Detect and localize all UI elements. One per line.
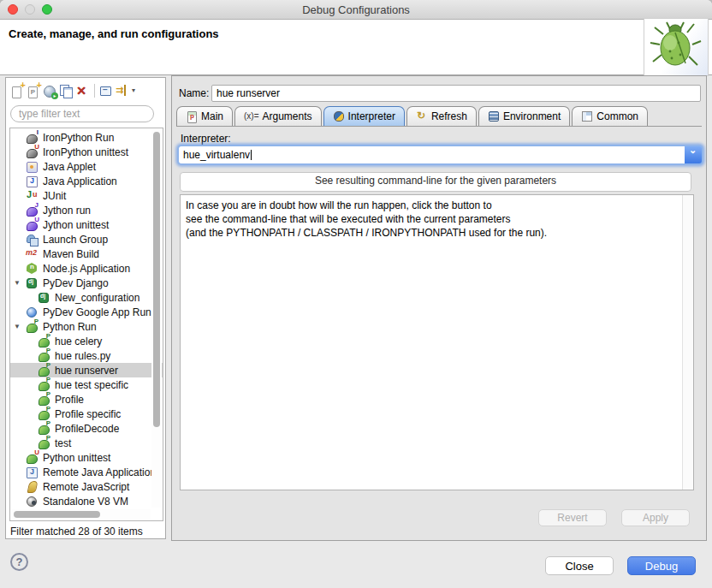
pydev-django-icon: [38, 291, 50, 304]
expand-twisty-icon[interactable]: ▼: [14, 323, 21, 330]
apply-button[interactable]: Apply: [621, 509, 690, 526]
python-run-icon: [38, 437, 50, 449]
tree-item-label: Remote Java Application: [43, 466, 156, 478]
tree-item[interactable]: ▼Python Run: [10, 319, 163, 334]
tree-item-label: ProfileDecode: [55, 423, 119, 435]
tab-environment[interactable]: Environment: [478, 106, 570, 126]
tree-item[interactable]: test: [10, 436, 163, 450]
delete-config-icon[interactable]: [74, 83, 91, 99]
window-title: Debug Configurations: [0, 3, 712, 16]
export-launch-config-icon[interactable]: [42, 83, 58, 99]
tree-item-label: hue test specific: [55, 379, 128, 391]
tree-item-label: Jython run: [43, 205, 91, 217]
collapse-all-icon[interactable]: [98, 83, 115, 99]
commandline-info-box[interactable]: In case you are in doubt how will the ru…: [180, 194, 694, 490]
tree-item-label: Profile: [55, 394, 84, 406]
configurations-sidebar: IronPython RunIronPython unittestJava Ap…: [5, 77, 166, 539]
launch-group-icon: [26, 233, 39, 246]
debug-button[interactable]: Debug: [627, 556, 696, 575]
tree-item-label: Jython unittest: [43, 219, 109, 231]
tree-item-label: Python unittest: [43, 452, 110, 464]
jython-run-icon: [26, 204, 39, 217]
tree-item[interactable]: Java Application: [10, 174, 163, 188]
arguments-tab-icon: (x)=: [244, 110, 259, 122]
page-title: Create, manage, and run configurations: [9, 27, 219, 40]
tree-item[interactable]: hue rules.py: [10, 348, 163, 363]
tree-item-label: Profile specific: [55, 408, 121, 420]
tree-item[interactable]: hue runserver: [10, 363, 163, 377]
name-input[interactable]: [211, 85, 701, 102]
tree-item[interactable]: IronPython unittest: [10, 145, 163, 159]
tree-item[interactable]: hue celery: [10, 334, 163, 348]
tree-item[interactable]: New_configuration: [10, 290, 163, 305]
tree-item[interactable]: Node.js Application: [10, 261, 163, 276]
tab-main[interactable]: Main: [176, 106, 233, 126]
debug-configurations-dialog: Debug Configurations Create, manage, and…: [0, 0, 712, 588]
tree-item[interactable]: Jython run: [10, 203, 163, 217]
pydev-google-app-run-icon: [26, 306, 39, 318]
tree-item[interactable]: IronPython Run: [10, 130, 163, 145]
remote-java-application-icon: [26, 466, 39, 478]
text-cursor: [251, 150, 252, 160]
new-prototype-icon[interactable]: [26, 83, 42, 99]
dialog-header: Create, manage, and run configurations: [0, 20, 712, 75]
tree-item[interactable]: ▼PyDev Django: [10, 276, 163, 290]
refresh-tab-icon: [416, 110, 428, 122]
tab-interpreter[interactable]: Interpreter: [323, 106, 405, 126]
tree-item[interactable]: Profile: [10, 392, 163, 407]
configuration-detail-panel: Name: Main(x)=ArgumentsInterpreterRefres…: [171, 75, 707, 541]
name-label: Name:: [179, 87, 209, 99]
python-run-icon: [38, 349, 50, 362]
help-button[interactable]: ?: [10, 553, 28, 571]
revert-button[interactable]: Revert: [538, 509, 607, 526]
tree-vertical-scrollbar[interactable]: [151, 129, 162, 508]
tree-item[interactable]: Maven Build: [10, 246, 163, 261]
interpreter-combobox[interactable]: hue_virtualenv: [177, 145, 703, 165]
tree-item[interactable]: hue test specific: [10, 377, 163, 392]
tree-item-label: Launch Group: [43, 234, 108, 246]
tree-item[interactable]: Launch Group: [10, 232, 163, 246]
tree-item[interactable]: Profile specific: [10, 407, 163, 421]
tree-item[interactable]: ProfileDecode: [10, 421, 163, 436]
filter-status-text: Filter matched 28 of 30 items: [10, 526, 143, 538]
pydev-django-icon: [26, 276, 39, 289]
tree-item[interactable]: Remote Java Application: [10, 465, 163, 479]
commandline-info-text: In case you are in doubt how will the ru…: [186, 199, 678, 240]
maven-build-icon: [26, 247, 39, 260]
tab-label: Arguments: [263, 110, 312, 122]
ironpython-run-icon: [26, 131, 39, 144]
standalone-v8-vm-icon: [26, 495, 39, 508]
python-run-icon: [38, 422, 50, 435]
filter-input[interactable]: [10, 105, 154, 122]
interpreter-value[interactable]: hue_virtualenv: [179, 146, 685, 163]
tree-item-label: Standalone V8 VM: [43, 496, 128, 508]
python-run-icon: [38, 364, 50, 377]
tree-item-label: hue celery: [55, 336, 102, 347]
filter-config-icon[interactable]: [115, 83, 135, 99]
new-launch-config-icon[interactable]: [9, 83, 26, 99]
tree-item[interactable]: Java Applet: [10, 159, 163, 174]
ironpython-unittest-icon: [26, 146, 39, 158]
python-run-icon: [38, 335, 50, 347]
tree-item[interactable]: Python unittest: [10, 450, 163, 465]
close-button[interactable]: Close: [545, 556, 614, 575]
tree-item-label: hue runserver: [55, 365, 118, 377]
main-tab-icon: [186, 110, 198, 122]
expand-twisty-icon[interactable]: ▼: [14, 279, 21, 287]
see-commandline-button[interactable]: See resulting command-line for the given…: [180, 172, 691, 192]
combo-dropdown-icon[interactable]: [685, 146, 702, 163]
tab-arguments[interactable]: (x)=Arguments: [234, 106, 322, 126]
tree-item[interactable]: Jython unittest: [10, 217, 163, 232]
python-run-icon: [38, 407, 50, 420]
infobox-scrollbar[interactable]: [682, 195, 693, 490]
interpreter-label: Interpreter:: [181, 133, 231, 145]
tree-item[interactable]: JUnit: [10, 188, 163, 203]
tab-refresh[interactable]: Refresh: [406, 106, 477, 126]
duplicate-config-icon[interactable]: [58, 83, 74, 99]
tree-horizontal-scrollbar[interactable]: [11, 509, 151, 520]
tree-item-label: Java Application: [43, 175, 117, 187]
tree-item[interactable]: Remote JavaScript: [10, 479, 163, 494]
tab-common[interactable]: Common: [572, 106, 648, 126]
title-bar[interactable]: Debug Configurations: [0, 0, 712, 20]
tree-item[interactable]: Standalone V8 VM: [10, 494, 163, 508]
